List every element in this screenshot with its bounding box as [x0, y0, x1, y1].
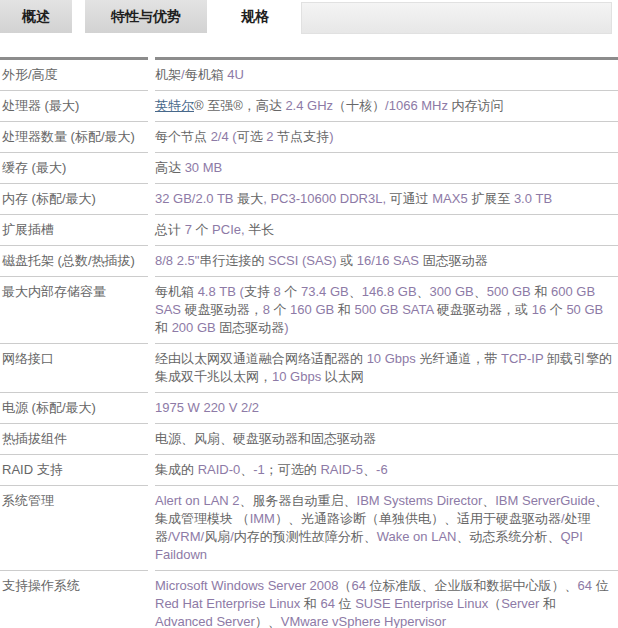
spec-row: 处理器 (最大) 英特尔® 至强®，高达 2.4 GHz（十核）/1066 MH…: [0, 91, 618, 122]
spec-label: 处理器 (最大): [0, 91, 148, 122]
spec-label: 网络接口: [0, 344, 148, 393]
latin-text: 10 Gbps: [367, 351, 416, 366]
spec-row: 系统管理 Alert on LAN 2、服务器自动重启、IBM Systems …: [0, 486, 618, 571]
spec-value: 8/8 2.5"串行连接的 SCSI (SAS) 或 16/16 SAS 固态驱…: [155, 246, 618, 277]
spec-row: 网络接口 经由以太网双通道融合网络适配器的 10 Gbps 光纤通道，带 TCP…: [0, 344, 618, 393]
spec-label: 磁盘托架 (总数/热插拔): [0, 246, 148, 277]
tab-overview[interactable]: 概述: [0, 0, 72, 33]
spec-value: 1975 W 220 V 2/2: [155, 393, 618, 424]
spec-label: 内存 (标配/最大): [0, 184, 148, 215]
spec-label: 系统管理: [0, 486, 148, 571]
spec-value: 总计 7 个 PCIe, 半长: [155, 215, 618, 246]
spec-value: Microsoft Windows Server 2008（64 位标准版、企业…: [155, 571, 618, 628]
latin-text: 4U: [227, 67, 244, 82]
latin-text: 146.8 GB: [362, 284, 417, 299]
latin-text: 7: [185, 222, 192, 237]
latin-text: 73.4 GB: [301, 284, 349, 299]
latin-text: RAID-0: [198, 462, 241, 477]
spec-row: 外形/高度 机架/每机箱 4U: [0, 57, 618, 91]
latin-text: Red Hat Enterprise Linux: [155, 596, 300, 611]
latin-text: SCSI (SAS): [268, 253, 337, 268]
spec-value: 经由以太网双通道融合网络适配器的 10 Gbps 光纤通道，带 TCP-IP 卸…: [155, 344, 618, 393]
latin-text: Wake on LAN: [377, 529, 457, 544]
latin-text: 30 MB: [185, 160, 223, 175]
latin-text: 10 Gbps: [272, 369, 321, 384]
spec-row: 缓存 (最大) 高达 30 MB: [0, 153, 618, 184]
latin-text: 3.0 TB: [514, 191, 552, 206]
latin-text: ): [329, 129, 333, 144]
tab-strip-filler: [301, 2, 612, 34]
latin-text: -6: [376, 462, 388, 477]
spec-label: 支持操作系统: [0, 571, 148, 628]
latin-text: Server: [501, 596, 539, 611]
spec-row: 内存 (标配/最大) 32 GB/2.0 TB 最大, PC3-10600 DD…: [0, 184, 618, 215]
latin-text: Advanced Server: [155, 614, 255, 628]
spec-value: 每机箱 4.8 TB (支持 8 个 73.4 GB、146.8 GB、300 …: [155, 277, 618, 344]
latin-text: 8: [263, 302, 270, 317]
latin-text: IBM Systems Director: [357, 493, 483, 508]
spec-value: 32 GB/2.0 TB 最大, PC3-10600 DDR3L, 可通过 MA…: [155, 184, 618, 215]
latin-text: Alert on LAN 2: [155, 493, 240, 508]
spec-value: 高达 30 MB: [155, 153, 618, 184]
latin-text: 2/4 (: [211, 129, 237, 144]
spec-value: 英特尔® 至强®，高达 2.4 GHz（十核）/1066 MHz 内存访问: [155, 91, 618, 122]
tab-bar: 概述 特性与优势 规格: [0, 0, 618, 40]
latin-text: 32 GB/2.0 TB: [155, 191, 234, 206]
spec-label: RAID 支持: [0, 455, 148, 486]
spec-label: 扩展插槽: [0, 215, 148, 246]
latin-text: PCIe,: [212, 222, 245, 237]
latin-text: 500 GB: [487, 284, 531, 299]
latin-text: 2.4 GHz: [285, 98, 333, 113]
latin-text: ): [284, 320, 288, 335]
tab-features-benefits[interactable]: 特性与优势: [85, 0, 207, 33]
latin-text: 200 GB: [172, 320, 216, 335]
latin-text: IBM ServerGuide: [495, 493, 595, 508]
spec-value: 机架/每机箱 4U: [155, 57, 618, 91]
intel-link[interactable]: 英特尔: [155, 98, 194, 113]
latin-text: MAX5: [432, 191, 467, 206]
spec-value: 每个节点 2/4 (可选 2 节点支持): [155, 122, 618, 153]
latin-text: 4.8 TB (: [198, 284, 244, 299]
latin-text: /: [230, 529, 234, 544]
spec-row: 支持操作系统 Microsoft Windows Server 2008（64 …: [0, 571, 618, 628]
latin-text: IMM: [250, 511, 275, 526]
latin-text: 64: [352, 578, 366, 593]
spec-row: RAID 支持 集成的 RAID-0、-1；可选的 RAID-5、-6: [0, 455, 618, 486]
latin-text: Microsoft Windows Server 2008: [155, 578, 339, 593]
spec-row: 处理器数量 (标配/最大) 每个节点 2/4 (可选 2 节点支持): [0, 122, 618, 153]
spec-row: 扩展插槽 总计 7 个 PCIe, 半长: [0, 215, 618, 246]
latin-text: TCP-IP: [501, 351, 543, 366]
spec-value: 电源、风扇、硬盘驱动器和固态驱动器: [155, 424, 618, 455]
latin-text: /: [181, 67, 185, 82]
spec-label: 外形/高度: [0, 57, 148, 91]
latin-text: 8/8 2.5": [155, 253, 199, 268]
spec-row: 磁盘托架 (总数/热插拔) 8/8 2.5"串行连接的 SCSI (SAS) 或…: [0, 246, 618, 277]
latin-text: 1975 W 220 V 2/2: [155, 400, 259, 415]
latin-text: 16: [532, 302, 546, 317]
latin-text: 50 GB: [566, 302, 603, 317]
tab-specifications[interactable]: 规格: [213, 0, 297, 40]
spec-value: 集成的 RAID-0、-1；可选的 RAID-5、-6: [155, 455, 618, 486]
latin-text: 2: [266, 129, 273, 144]
spec-label: 电源 (标配/最大): [0, 393, 148, 424]
spec-row: 最大内部存储容量 每机箱 4.8 TB (支持 8 个 73.4 GB、146.…: [0, 277, 618, 344]
spec-label: 热插拔组件: [0, 424, 148, 455]
latin-text: SUSE Enterprise Linux: [355, 596, 488, 611]
latin-text: 8: [274, 284, 281, 299]
spec-value: Alert on LAN 2、服务器自动重启、IBM Systems Direc…: [155, 486, 618, 571]
latin-text: 64: [320, 596, 334, 611]
spec-table: 外形/高度 机架/每机箱 4U 处理器 (最大) 英特尔® 至强®，高达 2.4…: [0, 57, 618, 628]
latin-text: QPI Faildown: [155, 529, 583, 562]
latin-text: 64: [578, 578, 592, 593]
latin-text: /1066 MHz: [385, 98, 448, 113]
latin-text: /: [561, 511, 565, 526]
spec-row: 电源 (标配/最大) 1975 W 220 V 2/2: [0, 393, 618, 424]
spec-label: 最大内部存储容量: [0, 277, 148, 344]
latin-text: 300 GB: [430, 284, 474, 299]
latin-text: 16/16 SAS: [357, 253, 419, 268]
spec-label: 缓存 (最大): [0, 153, 148, 184]
latin-text: /VRM/: [168, 529, 204, 544]
latin-text: VMware vSphere Hypervisor: [281, 614, 446, 628]
latin-text: RAID-5: [320, 462, 363, 477]
latin-text: 500 GB SATA: [354, 302, 433, 317]
